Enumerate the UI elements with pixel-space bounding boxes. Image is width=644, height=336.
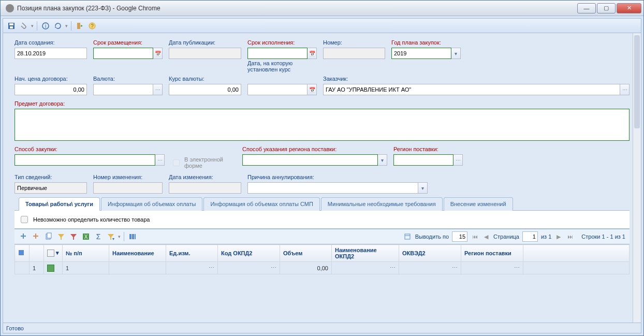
placement-calendar-trigger[interactable]: 📅 [153, 48, 163, 59]
currency-input[interactable] [93, 84, 153, 95]
region-cell-lookup-trigger[interactable]: ⋯ [514, 265, 520, 271]
col-okpd2[interactable]: Код ОКПД2 [218, 245, 280, 262]
grid-sum-button[interactable]: Σ [93, 231, 104, 242]
refresh-icon [54, 22, 62, 30]
placement-input[interactable] [93, 48, 153, 59]
change-no-input [93, 182, 163, 194]
header-checkbox[interactable] [47, 250, 54, 257]
per-page-input[interactable] [452, 231, 467, 242]
grid-columns-button[interactable] [127, 231, 138, 242]
info-button[interactable]: i [40, 21, 51, 31]
cell-volume[interactable]: 0,00 [280, 262, 332, 274]
currency-lookup-trigger[interactable]: ⋯ [153, 84, 163, 95]
exit-button[interactable] [75, 21, 85, 31]
tab-requirements[interactable]: Минимальные необходимые требования [321, 197, 443, 211]
svg-rect-15 [47, 233, 51, 238]
creation-date-input[interactable] [14, 48, 87, 59]
creation-date-label: Дата создания: [14, 39, 87, 46]
unit-lookup-trigger[interactable]: ⋯ [209, 265, 214, 271]
cell-region[interactable]: ⋯ [461, 262, 523, 274]
pager-icon [404, 232, 412, 241]
region-input[interactable] [393, 154, 453, 166]
customer-lookup-trigger[interactable]: ⋯ [620, 84, 630, 95]
purchase-method-lookup-trigger[interactable]: ⋯ [155, 154, 165, 166]
help-icon: ? [88, 22, 96, 30]
main-toolbar: ▾ i ▾ ? [3, 19, 641, 33]
pub-date-input [169, 48, 241, 59]
save-button[interactable] [6, 21, 17, 31]
subject-label: Предмет договора: [14, 100, 65, 107]
rows-label: Строки 1 - 1 из 1 [581, 233, 625, 240]
col-okved2[interactable]: ОКВЭД2 [399, 245, 461, 262]
minimize-button[interactable]: — [577, 3, 596, 13]
output-by-label: Выводить по [415, 233, 449, 240]
cancel-reason-dropdown-trigger[interactable]: ▾ [418, 182, 428, 194]
grid-filter-button[interactable] [56, 231, 66, 242]
page-input[interactable] [522, 231, 538, 242]
execution-input[interactable] [247, 48, 308, 59]
cell-npp[interactable]: 1 [63, 262, 109, 274]
scrollbar-thumb[interactable] [634, 35, 640, 128]
attachment-button[interactable] [19, 21, 29, 31]
contract-price-input[interactable] [14, 84, 87, 95]
electronic-form-checkbox [173, 159, 180, 166]
rate-date-calendar-trigger[interactable]: 📅 [308, 84, 317, 95]
svg-rect-26 [405, 234, 410, 239]
tab-goods[interactable]: Товары\ работы\ услуги [19, 197, 100, 211]
next-page-button[interactable]: ▶ [554, 232, 563, 241]
col-unit[interactable]: Ед.изм. [166, 245, 218, 262]
prev-page-button[interactable]: ◀ [482, 232, 490, 241]
cell-okpd2[interactable]: ⋯ [218, 262, 280, 274]
okpd2name-lookup-trigger[interactable]: ⋯ [390, 265, 396, 271]
col-okpd2-name[interactable]: Наименование ОКПД2 [332, 245, 399, 262]
help-button[interactable]: ? [87, 21, 97, 31]
tab-strip: Товары\ работы\ услуги Информация об объ… [14, 197, 630, 211]
refresh-button[interactable] [53, 21, 63, 31]
customer-input[interactable] [323, 84, 620, 95]
rate-input[interactable] [169, 84, 241, 95]
row-checkbox[interactable] [47, 265, 54, 272]
col-region[interactable]: Регион поставки [461, 245, 523, 262]
cell-okpd2-name[interactable]: ⋯ [332, 262, 399, 274]
tab-changes[interactable]: Внесение изменений [444, 197, 513, 211]
col-name[interactable]: Наименование [109, 245, 166, 262]
first-page-button[interactable]: ⏮ [471, 232, 479, 241]
region-lookup-trigger[interactable]: ⋯ [453, 154, 463, 166]
last-page-button[interactable]: ⏭ [566, 232, 574, 241]
vertical-scrollbar[interactable] [633, 33, 641, 323]
table-row[interactable]: 1 1 ⋯ ⋯ 0,00 ⋯ ⋯ ⋯ [15, 262, 630, 274]
maximize-button[interactable]: ▢ [597, 3, 616, 13]
grid-excel-button[interactable]: X [81, 231, 91, 242]
subject-textarea[interactable] [14, 109, 630, 141]
okpd2-lookup-trigger[interactable]: ⋯ [271, 265, 276, 271]
grid-funnel-button[interactable] [106, 231, 116, 242]
region-way-dropdown-trigger[interactable]: ▾ [378, 154, 387, 166]
columns-icon [128, 232, 137, 241]
grid-add-button[interactable] [19, 231, 29, 242]
cell-unit[interactable]: ⋯ [166, 262, 218, 274]
grid-clear-filter-button[interactable] [68, 231, 79, 242]
sigma-icon: Σ [94, 232, 103, 241]
pub-date-label: Дата публикации: [169, 39, 241, 46]
year-select[interactable] [391, 48, 451, 59]
grid-copy-button[interactable] [43, 231, 54, 242]
close-button[interactable]: ✕ [617, 3, 641, 13]
grid-remove-button[interactable] [31, 231, 41, 242]
okved2-lookup-trigger[interactable]: ⋯ [452, 265, 458, 271]
tab-smp[interactable]: Информация об объемах оплаты СМП [203, 197, 319, 211]
funnel-icon [57, 232, 65, 241]
col-volume[interactable]: Объем [280, 245, 332, 262]
region-way-select[interactable] [242, 154, 378, 166]
col-npp[interactable]: № п/п [63, 245, 109, 262]
cell-okved2[interactable]: ⋯ [399, 262, 461, 274]
cannot-determine-checkbox[interactable] [21, 216, 28, 223]
cell-name[interactable] [109, 262, 166, 274]
year-dropdown-trigger[interactable]: ▾ [451, 48, 461, 59]
cancel-reason-select[interactable] [247, 182, 418, 194]
tab-payments[interactable]: Информация об объемах оплаты [101, 197, 202, 211]
purchase-method-input[interactable] [14, 154, 155, 166]
rate-date-input[interactable] [247, 84, 308, 95]
col-check[interactable]: ▾ [44, 245, 63, 262]
col-config[interactable] [15, 245, 30, 262]
execution-calendar-trigger[interactable]: 📅 [308, 48, 317, 59]
